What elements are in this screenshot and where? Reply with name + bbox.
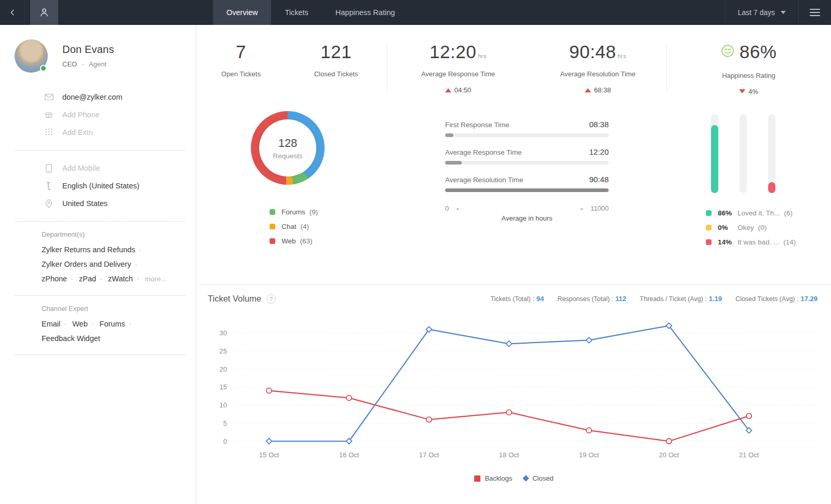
email-row[interactable]: done@zylker.com: [43, 88, 185, 106]
menu-button[interactable]: [799, 0, 831, 25]
delta-down-icon: [739, 89, 745, 93]
svg-text:0: 0: [223, 438, 227, 445]
divider: [15, 295, 185, 296]
contact-country: United States: [62, 199, 108, 208]
overview-panel: 7 Open Tickets 121 Closed Tickets 12:20h…: [197, 25, 831, 504]
legend-item-loved-it[interactable]: 86% Loved it. Th... (6): [706, 206, 831, 220]
legend-item-web[interactable]: Web (63): [270, 234, 370, 248]
legend-square-swatch: [474, 475, 480, 482]
department-products: zPhone· zPad· zWatch· more...: [42, 271, 185, 287]
section-divider: [197, 284, 831, 285]
contact-email: done@zylker.com: [62, 93, 122, 101]
legend-item-it-was-bad[interactable]: 14% It was bad. ... (14): [706, 235, 831, 249]
svg-text:30: 30: [220, 329, 227, 337]
tab-tickets[interactable]: Tickets: [271, 0, 321, 25]
ticket-volume-chart[interactable]: 05101520253015 Oct16 Oct17 Oct18 Oct19 O…: [209, 306, 822, 462]
responses-total-stat: Responses (Total) :112: [557, 295, 626, 303]
kpi-avg-resolution-time: 90:48hrs Average Resolution Time 68:38: [529, 42, 666, 96]
department-item: Zylker Orders and Delivery·: [42, 257, 185, 271]
bar-okey[interactable]: [740, 114, 747, 193]
language-icon: [43, 182, 55, 190]
more-link[interactable]: more...: [145, 275, 167, 283]
progress-fill: [445, 188, 609, 192]
svg-text:20: 20: [220, 365, 227, 373]
svg-text:10: 10: [220, 401, 227, 409]
ticket-volume-legend: Backlogs Closed: [197, 474, 831, 482]
help-icon[interactable]: ?: [266, 294, 276, 304]
bar-loved-it[interactable]: [711, 114, 718, 193]
legend-item-okey[interactable]: 0% Okey (0): [706, 220, 831, 235]
profile-header: Don Evans CEO - Agent: [15, 39, 185, 73]
avg-response-time-row: Average Response Time12:20: [445, 147, 609, 165]
kpi-avg-response-time: 12:20hrs Average Response Time 04:50: [387, 42, 529, 96]
legend-item-closed[interactable]: Closed: [524, 474, 553, 482]
kpi-row: 7 Open Tickets 121 Closed Tickets 12:20h…: [197, 25, 831, 96]
hours-axis: 0 ◂ ▸ 11000: [445, 205, 609, 212]
date-range-selector[interactable]: Last 7 days: [725, 0, 799, 25]
location-pin-icon: [43, 199, 55, 208]
svg-text:18 Oct: 18 Oct: [499, 451, 519, 459]
svg-text:15: 15: [220, 383, 227, 391]
phone-icon: [43, 111, 55, 119]
contact-role: CEO - Agent: [62, 60, 114, 68]
contact-sidebar: Don Evans CEO - Agent done@zylker.com Ad…: [0, 25, 196, 504]
legend-item-chat[interactable]: Chat (4): [270, 219, 370, 234]
avatar: [15, 39, 48, 73]
svg-text:19 Oct: 19 Oct: [579, 451, 599, 459]
channel-extra: Feedback Widget: [42, 331, 185, 346]
legend-swatch: [270, 209, 275, 215]
legend-swatch: [270, 238, 275, 244]
legend-swatch: [706, 239, 712, 245]
add-phone-row[interactable]: Add Phone: [43, 106, 185, 124]
tab-happiness-rating[interactable]: Happiness Rating: [322, 0, 408, 25]
axis-caption: Average in hours: [445, 214, 609, 222]
legend-swatch: [270, 224, 275, 229]
happiness-distribution-widget: 86% Loved it. Th... (6) 0% Okey (0) 14% …: [706, 114, 831, 249]
legend-item-backlogs[interactable]: Backlogs: [474, 474, 512, 482]
back-button[interactable]: [0, 0, 25, 25]
kpi-happiness-rating: 86% Happiness Rating 4%: [666, 42, 831, 96]
avg-resolution-time-row: Average Resolution Time90:48: [445, 175, 609, 192]
donut-center-value: 128: [278, 137, 298, 150]
axis-right-arrow-icon[interactable]: ▸: [581, 206, 583, 211]
contact-tab-button[interactable]: [30, 0, 58, 25]
requests-donut-ring[interactable]: 128 Requests: [251, 111, 325, 185]
tickets-total-stat: Tickets (Total) :94: [490, 295, 544, 303]
add-extn-placeholder: Add Extn: [62, 128, 93, 137]
svg-text:15 Oct: 15 Oct: [259, 451, 279, 459]
departments-label: Department(s): [42, 230, 185, 238]
dialpad-icon: [43, 128, 55, 137]
date-range-label: Last 7 days: [738, 8, 775, 17]
department-item: Zylker Returns and Refunds·: [42, 242, 185, 257]
delta-up-icon: [585, 88, 591, 92]
progress-fill: [445, 133, 453, 137]
closed-tickets-avg-stat: Closed Tickets (Avg) :17.29: [735, 295, 817, 303]
tab-overview[interactable]: Overview: [213, 0, 271, 25]
agent-dashboard: Overview Tickets Happiness Rating Last 7…: [0, 0, 831, 504]
delta-up-icon: [445, 88, 451, 92]
axis-left-arrow-icon[interactable]: ◂: [456, 206, 459, 211]
donut-center-label: Requests: [273, 152, 302, 160]
chevron-down-icon: [781, 11, 786, 14]
chevron-left-icon: [8, 8, 17, 17]
contact-language: English (United States): [62, 182, 139, 190]
svg-text:16 Oct: 16 Oct: [339, 451, 359, 459]
happiness-bars: [706, 114, 831, 193]
kpi-open-tickets: 7 Open Tickets: [197, 42, 285, 96]
ticket-volume-stats: Tickets (Total) :94 Responses (Total) :1…: [490, 295, 817, 303]
svg-text:5: 5: [223, 419, 227, 427]
add-mobile-row[interactable]: Add Mobile: [43, 159, 185, 177]
contact-name: Don Evans: [62, 44, 114, 56]
envelope-icon: [43, 93, 55, 101]
hamburger-icon: [810, 9, 820, 10]
divider: [15, 355, 185, 355]
channel-list: Email· Web· Forums·: [42, 317, 185, 331]
legend-item-forums[interactable]: Forums (9): [270, 205, 370, 219]
add-phone-placeholder: Add Phone: [62, 111, 100, 119]
threads-per-ticket-stat: Threads / Ticket (Avg) :1.19: [640, 295, 722, 303]
country-row: United States: [43, 195, 185, 212]
channel-expert-label: Channel Expert: [42, 305, 185, 312]
svg-text:25: 25: [220, 347, 227, 355]
add-extn-row[interactable]: Add Extn: [43, 124, 185, 141]
bar-it-was-bad[interactable]: [768, 114, 775, 193]
